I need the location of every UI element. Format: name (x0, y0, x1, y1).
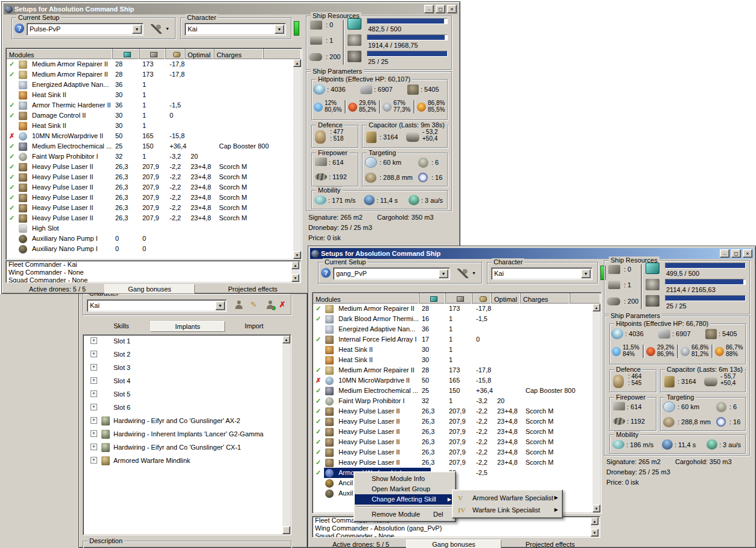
module-row[interactable]: ✓Internal Force Field Array I1710 (313, 334, 592, 345)
scroll-down-button[interactable]: ▼ (293, 251, 301, 259)
commander-scrollbar[interactable]: ▲ ▼ (291, 261, 299, 282)
module-row[interactable]: ✓Heavy Pulse Laser II26,3207,9-2,223+4,8… (7, 182, 293, 193)
tree-expander-icon[interactable]: + (91, 417, 97, 424)
dropdown-button[interactable]: ▼ (275, 25, 284, 34)
add-character-icon[interactable] (265, 300, 275, 310)
implant-tree-scrollbar[interactable]: ▲ (282, 336, 290, 534)
projected-effects-button[interactable]: Projected effects (228, 285, 278, 293)
tree-expander-icon[interactable]: + (91, 404, 97, 410)
dropdown-button[interactable]: ▼ (215, 301, 225, 310)
column-cpu[interactable] (113, 49, 139, 59)
list-item[interactable]: Fleet Commander - Kai (6, 261, 300, 269)
dropdown-button[interactable]: ▼ (581, 269, 591, 278)
column-capacitor[interactable] (472, 293, 492, 304)
module-row[interactable]: ✓Damage Control II3010 (7, 110, 293, 121)
tools-dropdown-icon[interactable]: ▼ (472, 271, 476, 275)
module-row[interactable]: ✓Medium Armor Repairer II28173-17,8 (313, 304, 592, 314)
tree-expander-icon[interactable]: + (91, 430, 97, 437)
module-row[interactable]: ✓Heavy Pulse Laser II26,3207,9-2,223+4,8… (7, 193, 293, 203)
module-row[interactable]: ✓Heavy Pulse Laser II26,3207,9-2,223+4,8… (313, 406, 592, 416)
tab-implants[interactable]: Implants (150, 321, 225, 332)
tools-icon[interactable] (151, 24, 162, 34)
scroll-down-button[interactable]: ▼ (591, 529, 599, 537)
column-modules[interactable]: Modules (313, 293, 419, 304)
module-row[interactable]: ✓Armor Thermic Hardener II361-1,5 (7, 100, 293, 110)
module-row[interactable]: ✓Medium Electrochemical ...25150+36,4Cap… (313, 386, 592, 396)
scroll-up-button[interactable]: ▲ (293, 59, 301, 67)
tools-dropdown-icon[interactable]: ▼ (165, 27, 170, 31)
tab-skills[interactable]: Skills (94, 321, 148, 332)
module-row[interactable]: Energized Adaptive Nan...361 (7, 80, 293, 90)
module-row[interactable]: ✗10MN MicroWarpdrive II50165-15,8 (7, 131, 293, 141)
help-icon[interactable]: ? (14, 24, 24, 33)
help-icon[interactable]: ? (321, 268, 331, 278)
dropdown-button[interactable]: ▼ (439, 269, 448, 278)
submenu-item-warfare-link-specialist[interactable]: IVWarfare Link Specialist▶ (453, 504, 562, 516)
menu-item-remove-module[interactable]: Remove ModuleDel (355, 509, 455, 520)
modules-scrollbar[interactable]: ▲ ▼ (293, 59, 301, 259)
module-row[interactable]: ✗10MN MicroWarpdrive II50165-15,8 (313, 375, 592, 386)
module-row[interactable]: ✓Heavy Pulse Laser II26,3207,9-2,223+4,8… (313, 416, 592, 427)
gang-bonuses-button[interactable]: Gang bonuses (406, 540, 501, 548)
column-charges[interactable]: Charges (521, 293, 570, 304)
module-row[interactable]: ✓Heavy Pulse Laser II26,3207,9-2,223+4,8… (313, 447, 592, 457)
module-row[interactable]: ✓Medium Armor Repairer II28173-17,8 (313, 365, 592, 375)
module-row[interactable]: ✓Heavy Pulse Laser II26,3207,9-2,223+4,8… (7, 172, 293, 182)
column-cpu[interactable] (419, 293, 446, 304)
module-row[interactable]: Heat Sink II301 (313, 355, 592, 365)
list-item[interactable]: Squad Commander - None (313, 532, 600, 538)
current-setup-select[interactable]: Pulse-PvP ▼ (27, 23, 144, 36)
implant-tree-item[interactable]: +Slot 5 (83, 388, 291, 401)
module-row[interactable]: ✓Faint Warp Prohibitor I321-3,220 (313, 396, 592, 406)
tree-expander-icon[interactable]: + (91, 337, 97, 344)
menu-item-show-module-info[interactable]: Show Module Info (355, 474, 455, 484)
implant-tree-item[interactable]: +Hardwiring - Inherent Implants 'Lancer'… (83, 428, 291, 441)
list-item[interactable]: Squad Commander - None (6, 276, 300, 283)
tree-expander-icon[interactable]: + (91, 351, 97, 357)
implant-tree-item[interactable]: +Hardwiring - Eifyr and Co 'Gunslinger' … (83, 441, 291, 454)
tree-expander-icon[interactable]: + (91, 457, 97, 464)
module-row[interactable]: ✓Medium Armor Repairer II28173-17,8 (7, 69, 293, 80)
scroll-up-button[interactable]: ▲ (591, 517, 599, 525)
tools-icon[interactable] (457, 269, 468, 278)
module-row[interactable]: ✓Heavy Pulse Laser II26,3207,9-2,223+4,8… (313, 427, 592, 437)
current-setup-select[interactable]: gang_PvP ▼ (333, 267, 450, 280)
character-select[interactable]: Kai ▼ (185, 23, 286, 36)
implant-tree-item[interactable]: +Slot 1 (83, 335, 291, 348)
column-capacitor[interactable] (166, 49, 185, 59)
scroll-down-button[interactable] (282, 526, 290, 534)
scroll-up-button[interactable]: ▲ (592, 304, 600, 311)
commander-scrollbar[interactable]: ▲ ▼ (591, 517, 599, 537)
scroll-up-button[interactable]: ▲ (282, 336, 290, 343)
module-row[interactable]: ✓Heavy Pulse Laser II26,3207,9-2,223+4,8… (7, 203, 293, 213)
scroll-up-button[interactable]: ▲ (291, 261, 299, 269)
tab-import[interactable]: Import (227, 321, 281, 332)
module-row[interactable]: Auxiliary Nano Pump I00 (7, 234, 293, 244)
modules-scrollbar[interactable]: ▲ ▼ (592, 304, 600, 512)
gang-bonuses-button[interactable]: Gang bonuses (104, 284, 195, 294)
module-row[interactable]: Heat Sink II301 (7, 121, 293, 131)
list-item[interactable]: Wing Commander - Absolution (gang_PvP) (313, 524, 600, 532)
projected-effects-button[interactable]: Projected effects (526, 541, 575, 548)
column-optimal[interactable]: Optimal (185, 49, 214, 59)
module-row[interactable]: ✓Heavy Pulse Laser II26,3207,9-2,223+4,8… (7, 213, 293, 223)
view-character-icon[interactable] (234, 300, 244, 310)
implant-tree-item[interactable]: +Armored Warfare Mindlink (83, 454, 291, 468)
column-powergrid[interactable] (139, 49, 166, 59)
character-select[interactable]: Kai ▼ (87, 299, 227, 312)
module-row[interactable]: High Slot (7, 223, 293, 234)
submenu-item-armored-warfare-specialist[interactable]: VArmored Warfare Specialist▶ (453, 492, 562, 504)
column-modules[interactable]: Modules (7, 49, 113, 59)
tree-expander-icon[interactable]: + (91, 390, 97, 397)
implant-tree-item[interactable]: +Slot 2 (83, 348, 291, 362)
module-row[interactable]: ✓Faint Warp Prohibitor I321-3,220 (7, 151, 293, 162)
module-row[interactable]: Energized Adaptive Nan...361 (313, 324, 592, 334)
character-select[interactable]: Kai ▼ (491, 267, 592, 280)
module-row[interactable]: ✓Heavy Pulse Laser II26,3207,9-2,223+4,8… (7, 162, 293, 172)
module-row[interactable]: ✓Heavy Pulse Laser II26,3207,9-2,223+4,8… (313, 437, 592, 447)
implant-tree-item[interactable]: +Slot 4 (83, 375, 291, 388)
menu-item-change-affecting-skill[interactable]: Change Affecting Skill▶ (355, 494, 455, 505)
column-powergrid[interactable] (446, 293, 472, 304)
column-charges[interactable]: Charges (214, 49, 264, 59)
implant-tree-item[interactable]: +Slot 3 (83, 362, 291, 375)
